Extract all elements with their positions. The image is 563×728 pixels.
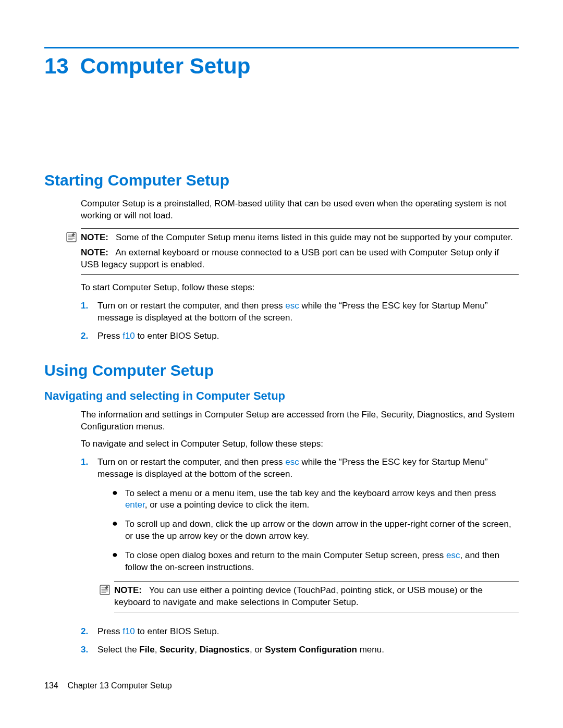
page-footer: 134 Chapter 13 Computer Setup	[44, 680, 519, 692]
step-text: Press f10 to enter BIOS Setup.	[97, 626, 519, 638]
step-number: 1.	[81, 456, 90, 620]
subsection-heading-navigating: Navigating and selecting in Computer Set…	[44, 388, 519, 404]
note-label: NOTE:	[81, 232, 108, 242]
sub-bullets: ● To select a menu or a menu item, use t…	[112, 488, 519, 574]
step-3: 3. Select the File, Security, Diagnostic…	[81, 644, 519, 656]
step-text: Turn on or restart the computer, and the…	[97, 456, 519, 480]
section2-body: The information and settings in Computer…	[81, 409, 519, 656]
note1: NOTE: Some of the Computer Setup menu it…	[81, 232, 519, 244]
svg-rect-1	[100, 585, 109, 595]
section1-body: Computer Setup is a preinstalled, ROM-ba…	[81, 198, 519, 342]
section-heading-using: Using Computer Setup	[44, 360, 519, 381]
step-2: 2. Press f10 to enter BIOS Setup.	[81, 330, 519, 342]
bullet-dot: ●	[112, 519, 118, 542]
step-text: Turn on or restart the computer, and the…	[97, 300, 519, 324]
note2-body: An external keyboard or mouse connected …	[81, 248, 499, 269]
note-label: NOTE:	[114, 585, 142, 595]
section2-steps: 1. Turn on or restart the computer, and …	[81, 456, 519, 656]
note-block: NOTE: You can use either a pointing devi…	[114, 581, 519, 612]
bullet-dot: ●	[112, 488, 118, 512]
section-heading-starting: Starting Computer Setup	[44, 170, 519, 191]
page-number: 134	[44, 681, 58, 690]
key-f10: f10	[123, 626, 135, 636]
step-1: 1. Turn on or restart the computer, and …	[81, 300, 519, 324]
top-rule	[44, 47, 519, 48]
key-enter: enter	[125, 500, 145, 510]
step-1: 1. Turn on or restart the computer, and …	[81, 456, 519, 620]
note-label: NOTE:	[81, 248, 108, 257]
note2: NOTE: An external keyboard or mouse conn…	[81, 247, 519, 271]
section1-steps: 1. Turn on or restart the computer, and …	[81, 300, 519, 342]
bullet-dot: ●	[112, 550, 118, 574]
bullet-1: ● To select a menu or a menu item, use t…	[112, 488, 519, 512]
step-number: 1.	[81, 300, 90, 324]
sub-p1: The information and settings in Computer…	[81, 409, 519, 433]
key-esc: esc	[285, 457, 299, 467]
step-content: Turn on or restart the computer, and the…	[97, 456, 519, 620]
step-text: Press f10 to enter BIOS Setup.	[97, 330, 519, 342]
bullet-2: ● To scroll up and down, click the up ar…	[112, 519, 519, 542]
note1-body: Some of the Computer Setup menu items li…	[116, 232, 513, 242]
note3-body: You can use either a pointing device (To…	[114, 585, 483, 607]
step-text: Select the File, Security, Diagnostics, …	[97, 644, 519, 656]
step-number: 2.	[81, 626, 90, 638]
chapter-heading: 13 Computer Setup	[44, 52, 519, 81]
sub-p2: To navigate and select in Computer Setup…	[81, 438, 519, 450]
svg-rect-0	[67, 232, 76, 242]
note-icon	[66, 232, 77, 242]
note1-text	[111, 232, 116, 242]
step-2: 2. Press f10 to enter BIOS Setup.	[81, 626, 519, 638]
bullet-3: ● To close open dialog boxes and return …	[112, 550, 519, 574]
chapter-number: 13	[44, 52, 69, 81]
chapter-title: Computer Setup	[80, 52, 251, 81]
key-f10: f10	[123, 331, 135, 341]
note3: NOTE: You can use either a pointing devi…	[114, 585, 519, 609]
step-number: 3.	[81, 644, 90, 656]
section1-intro: Computer Setup is a preinstalled, ROM-ba…	[81, 198, 519, 222]
section1-lead: To start Computer Setup, follow these st…	[81, 282, 519, 294]
note-block: NOTE: Some of the Computer Setup menu it…	[81, 228, 519, 275]
step-number: 2.	[81, 330, 90, 342]
note-icon	[100, 585, 110, 595]
key-esc: esc	[285, 301, 299, 311]
key-esc: esc	[446, 550, 460, 560]
footer-label: Chapter 13 Computer Setup	[68, 681, 172, 690]
